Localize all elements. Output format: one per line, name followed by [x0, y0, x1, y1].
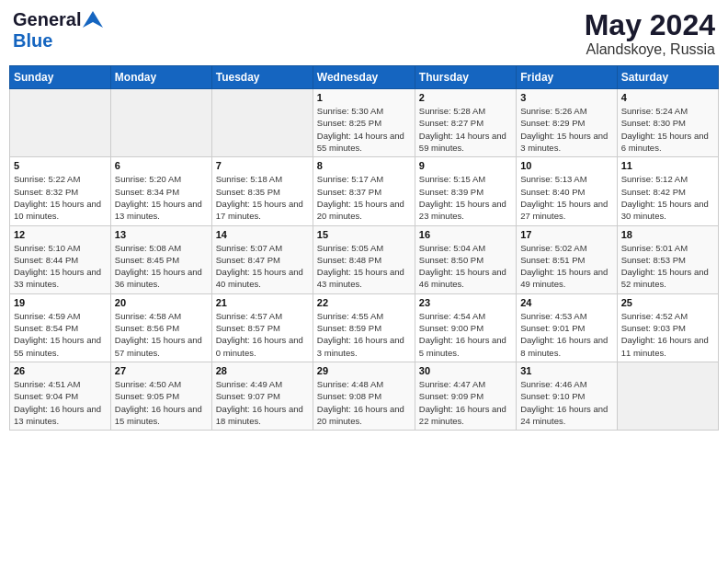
- calendar-cell: 18Sunrise: 5:01 AMSunset: 8:53 PMDayligh…: [617, 225, 718, 293]
- day-info: Sunrise: 5:28 AMSunset: 8:27 PMDaylight:…: [419, 105, 512, 154]
- calendar-cell: 21Sunrise: 4:57 AMSunset: 8:57 PMDayligh…: [211, 293, 313, 362]
- day-number: 6: [115, 160, 208, 171]
- day-number: 26: [14, 365, 107, 376]
- month-title: May 2024: [585, 9, 715, 41]
- calendar-table: SundayMondayTuesdayWednesdayThursdayFrid…: [9, 65, 719, 431]
- page-header: General Blue May 2024 Alandskoye, Russia: [9, 9, 719, 58]
- calendar-cell: 25Sunrise: 4:52 AMSunset: 9:03 PMDayligh…: [617, 293, 718, 362]
- calendar-cell: 6Sunrise: 5:20 AMSunset: 8:34 PMDaylight…: [110, 157, 211, 225]
- day-number: 22: [317, 297, 411, 308]
- calendar-cell: 19Sunrise: 4:59 AMSunset: 8:54 PMDayligh…: [10, 293, 111, 362]
- calendar-cell: 15Sunrise: 5:05 AMSunset: 8:48 PMDayligh…: [313, 225, 415, 293]
- day-number: 31: [520, 365, 612, 376]
- location: Alandskoye, Russia: [585, 41, 715, 58]
- day-info: Sunrise: 5:13 AMSunset: 8:40 PMDaylight:…: [520, 173, 612, 222]
- day-info: Sunrise: 4:47 AMSunset: 9:09 PMDaylight:…: [419, 378, 512, 427]
- calendar-cell: 28Sunrise: 4:49 AMSunset: 9:07 PMDayligh…: [211, 362, 313, 430]
- day-info: Sunrise: 4:52 AMSunset: 9:03 PMDaylight:…: [621, 310, 714, 359]
- logo: General Blue: [13, 9, 103, 52]
- svg-marker-0: [83, 11, 103, 28]
- calendar-cell: 31Sunrise: 4:46 AMSunset: 9:10 PMDayligh…: [517, 362, 617, 430]
- day-number: 15: [317, 229, 411, 240]
- weekday-header-sunday: Sunday: [10, 66, 111, 89]
- day-number: 27: [115, 365, 208, 376]
- day-info: Sunrise: 5:22 AMSunset: 8:32 PMDaylight:…: [14, 173, 107, 222]
- day-info: Sunrise: 5:26 AMSunset: 8:29 PMDaylight:…: [520, 105, 612, 154]
- day-number: 5: [14, 160, 107, 171]
- day-info: Sunrise: 5:07 AMSunset: 8:47 PMDaylight:…: [216, 242, 309, 291]
- calendar-cell: 3Sunrise: 5:26 AMSunset: 8:29 PMDaylight…: [517, 89, 617, 157]
- day-info: Sunrise: 4:49 AMSunset: 9:07 PMDaylight:…: [216, 378, 309, 427]
- day-info: Sunrise: 4:54 AMSunset: 9:00 PMDaylight:…: [419, 310, 512, 359]
- calendar-cell: 23Sunrise: 4:54 AMSunset: 9:00 PMDayligh…: [415, 293, 516, 362]
- calendar-cell: 24Sunrise: 4:53 AMSunset: 9:01 PMDayligh…: [517, 293, 617, 362]
- day-number: 13: [115, 229, 208, 240]
- day-info: Sunrise: 4:57 AMSunset: 8:57 PMDaylight:…: [216, 310, 309, 359]
- day-info: Sunrise: 4:46 AMSunset: 9:10 PMDaylight:…: [520, 378, 612, 427]
- weekday-header-row: SundayMondayTuesdayWednesdayThursdayFrid…: [10, 66, 719, 89]
- day-number: 25: [621, 297, 714, 308]
- calendar-cell: 10Sunrise: 5:13 AMSunset: 8:40 PMDayligh…: [517, 157, 617, 225]
- calendar-cell: 13Sunrise: 5:08 AMSunset: 8:45 PMDayligh…: [110, 225, 211, 293]
- day-number: 28: [216, 365, 309, 376]
- weekday-header-saturday: Saturday: [617, 66, 718, 89]
- weekday-header-monday: Monday: [110, 66, 211, 89]
- calendar-cell: 30Sunrise: 4:47 AMSunset: 9:09 PMDayligh…: [415, 362, 516, 430]
- title-area: May 2024 Alandskoye, Russia: [585, 9, 715, 58]
- calendar-cell: 16Sunrise: 5:04 AMSunset: 8:50 PMDayligh…: [415, 225, 516, 293]
- calendar-cell: 4Sunrise: 5:24 AMSunset: 8:30 PMDaylight…: [617, 89, 718, 157]
- calendar-cell: [211, 89, 313, 157]
- calendar-cell: 27Sunrise: 4:50 AMSunset: 9:05 PMDayligh…: [110, 362, 211, 430]
- calendar-cell: 14Sunrise: 5:07 AMSunset: 8:47 PMDayligh…: [211, 225, 313, 293]
- weekday-header-tuesday: Tuesday: [211, 66, 313, 89]
- logo-general-text: General: [13, 9, 81, 30]
- day-info: Sunrise: 5:18 AMSunset: 8:35 PMDaylight:…: [216, 173, 309, 222]
- day-number: 20: [115, 297, 208, 308]
- day-number: 2: [419, 92, 512, 103]
- day-number: 9: [419, 160, 512, 171]
- day-number: 10: [520, 160, 612, 171]
- calendar-cell: 29Sunrise: 4:48 AMSunset: 9:08 PMDayligh…: [313, 362, 415, 430]
- day-number: 24: [520, 297, 612, 308]
- day-info: Sunrise: 4:55 AMSunset: 8:59 PMDaylight:…: [317, 310, 411, 359]
- calendar-cell: 11Sunrise: 5:12 AMSunset: 8:42 PMDayligh…: [617, 157, 718, 225]
- calendar-cell: 12Sunrise: 5:10 AMSunset: 8:44 PMDayligh…: [10, 225, 111, 293]
- day-number: 16: [419, 229, 512, 240]
- calendar-cell: [110, 89, 211, 157]
- day-number: 21: [216, 297, 309, 308]
- calendar-cell: 22Sunrise: 4:55 AMSunset: 8:59 PMDayligh…: [313, 293, 415, 362]
- day-info: Sunrise: 5:17 AMSunset: 8:37 PMDaylight:…: [317, 173, 411, 222]
- day-number: 14: [216, 229, 309, 240]
- day-number: 29: [317, 365, 411, 376]
- calendar-cell: 9Sunrise: 5:15 AMSunset: 8:39 PMDaylight…: [415, 157, 516, 225]
- day-info: Sunrise: 5:30 AMSunset: 8:25 PMDaylight:…: [317, 105, 411, 154]
- day-info: Sunrise: 5:12 AMSunset: 8:42 PMDaylight:…: [621, 173, 714, 222]
- day-info: Sunrise: 4:58 AMSunset: 8:56 PMDaylight:…: [115, 310, 208, 359]
- calendar-cell: 7Sunrise: 5:18 AMSunset: 8:35 PMDaylight…: [211, 157, 313, 225]
- calendar-cell: 17Sunrise: 5:02 AMSunset: 8:51 PMDayligh…: [517, 225, 617, 293]
- day-number: 7: [216, 160, 309, 171]
- day-info: Sunrise: 5:10 AMSunset: 8:44 PMDaylight:…: [14, 242, 107, 291]
- day-info: Sunrise: 5:24 AMSunset: 8:30 PMDaylight:…: [621, 105, 714, 154]
- day-info: Sunrise: 5:20 AMSunset: 8:34 PMDaylight:…: [115, 173, 208, 222]
- weekday-header-friday: Friday: [517, 66, 617, 89]
- calendar-cell: 1Sunrise: 5:30 AMSunset: 8:25 PMDaylight…: [313, 89, 415, 157]
- day-number: 19: [14, 297, 107, 308]
- day-number: 4: [621, 92, 714, 103]
- day-info: Sunrise: 4:50 AMSunset: 9:05 PMDaylight:…: [115, 378, 208, 427]
- calendar-cell: [617, 362, 718, 430]
- day-info: Sunrise: 4:53 AMSunset: 9:01 PMDaylight:…: [520, 310, 612, 359]
- day-info: Sunrise: 4:59 AMSunset: 8:54 PMDaylight:…: [14, 310, 107, 359]
- day-info: Sunrise: 5:05 AMSunset: 8:48 PMDaylight:…: [317, 242, 411, 291]
- day-info: Sunrise: 5:08 AMSunset: 8:45 PMDaylight:…: [115, 242, 208, 291]
- calendar-week-2: 5Sunrise: 5:22 AMSunset: 8:32 PMDaylight…: [10, 157, 719, 225]
- day-number: 23: [419, 297, 512, 308]
- day-number: 8: [317, 160, 411, 171]
- calendar-week-4: 19Sunrise: 4:59 AMSunset: 8:54 PMDayligh…: [10, 293, 719, 362]
- calendar-cell: 2Sunrise: 5:28 AMSunset: 8:27 PMDaylight…: [415, 89, 516, 157]
- calendar-cell: 26Sunrise: 4:51 AMSunset: 9:04 PMDayligh…: [10, 362, 111, 430]
- weekday-header-wednesday: Wednesday: [313, 66, 415, 89]
- day-number: 1: [317, 92, 411, 103]
- calendar-week-1: 1Sunrise: 5:30 AMSunset: 8:25 PMDaylight…: [10, 89, 719, 157]
- day-info: Sunrise: 4:48 AMSunset: 9:08 PMDaylight:…: [317, 378, 411, 427]
